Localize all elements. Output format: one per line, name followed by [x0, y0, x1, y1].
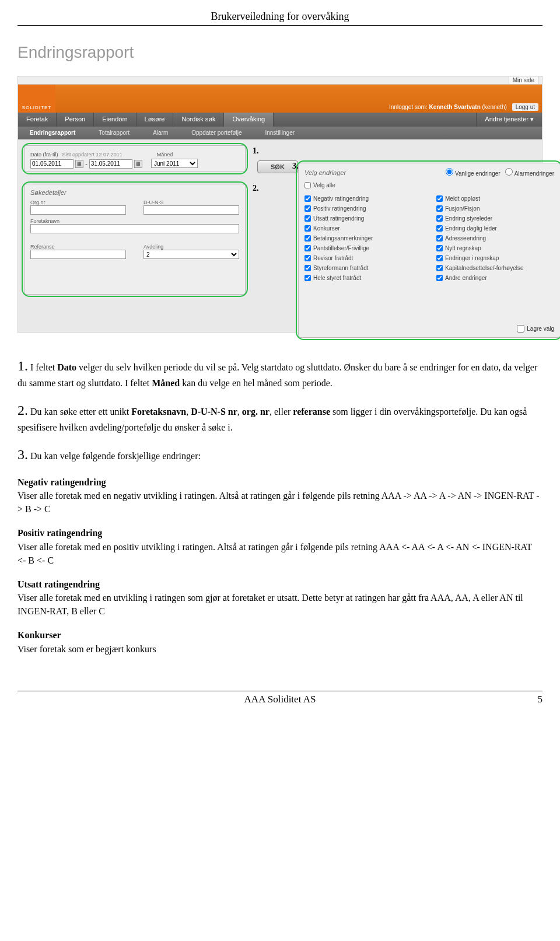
- date-to-input[interactable]: [89, 159, 132, 169]
- subtab-innstillinger[interactable]: Innstillinger: [253, 127, 306, 139]
- ring-num-1: 1.: [253, 146, 259, 156]
- month-select[interactable]: Juni 2011: [151, 159, 198, 168]
- orange-banner: SOLIDITET Innlogget som: Kenneth Svartva…: [18, 85, 542, 113]
- radio-alarm[interactable]: Alarmendringer: [505, 170, 554, 177]
- ring-num-3: 3.: [292, 162, 299, 171]
- chk-konkurser[interactable]: [304, 225, 311, 232]
- input-referanse[interactable]: [30, 250, 126, 259]
- tab-overvaking[interactable]: Overvåking: [224, 113, 274, 127]
- chk-adresse[interactable]: [436, 235, 443, 242]
- tab-foretak[interactable]: Foretak: [18, 113, 57, 127]
- changes-title: Velg endringer: [304, 169, 346, 176]
- changes-panel: Velg endringer Vanlige endringer Alarmen…: [298, 163, 560, 338]
- ring-num-2: 2.: [253, 184, 259, 193]
- para-pos: Positiv ratingendringViser alle foretak …: [18, 526, 542, 567]
- chk-styreformann[interactable]: [304, 265, 311, 271]
- input-orgnr[interactable]: [30, 205, 126, 215]
- logout-button[interactable]: Logg ut: [512, 103, 538, 111]
- chk-hele-styret[interactable]: [304, 275, 311, 281]
- logo: SOLIDITET: [18, 85, 55, 113]
- footer: AAA Soliditet AS 5: [18, 691, 542, 717]
- para-3: 3. Du kan velge følgende forskjellige en…: [18, 445, 542, 465]
- label-avdeling: Avdeling: [144, 244, 239, 250]
- para-kon: KonkurserViser foretak som er begjært ko…: [18, 628, 542, 655]
- chk-endringer-regnskap[interactable]: [436, 255, 443, 261]
- header-title: Brukerveiledning for overvåking: [18, 0, 542, 23]
- chk-pant[interactable]: [304, 245, 311, 251]
- date-updated: Sist oppdatert 12.07.2011: [62, 152, 123, 158]
- chk-revisor[interactable]: [304, 255, 311, 261]
- label-duns: D-U-N-S: [144, 200, 239, 205]
- chk-betaling[interactable]: [304, 235, 311, 242]
- login-status: Innlogget som: Kenneth Svartvatn (kennet…: [389, 104, 538, 110]
- user-name: Kenneth Svartvatn: [429, 104, 480, 110]
- label-foretaknavn: Foretaknavn: [30, 218, 239, 224]
- input-foretaknavn[interactable]: [30, 224, 239, 233]
- chk-kapital[interactable]: [436, 265, 443, 271]
- chk-daglig-leder[interactable]: [436, 225, 443, 232]
- sub-tabs: Endringsrapport Totalrapport Alarm Oppda…: [18, 127, 542, 139]
- chk-nytt-regnskap[interactable]: [436, 245, 443, 251]
- label-referanse: Referanse: [30, 244, 126, 250]
- date-from-input[interactable]: [30, 159, 74, 169]
- chk-neg-rating[interactable]: [304, 195, 311, 202]
- tab-person[interactable]: Person: [57, 113, 94, 127]
- body-text: 1. I feltet Dato velger du selv hvilken …: [18, 356, 542, 656]
- chk-lagre-valg[interactable]: [517, 325, 524, 333]
- radio-vanlige[interactable]: Vanlige endringer: [446, 170, 500, 177]
- para-1: 1. I feltet Dato velger du selv hvilken …: [18, 356, 542, 390]
- footer-company: AAA Soliditet AS: [244, 694, 316, 705]
- user-handle: (kenneth): [482, 104, 507, 110]
- login-prefix: Innlogget som:: [389, 104, 428, 110]
- subtab-totalrapport[interactable]: Totalrapport: [87, 127, 141, 139]
- chk-andre[interactable]: [436, 275, 443, 281]
- section-title: Endringsrapport: [18, 43, 542, 62]
- min-side-tab[interactable]: Min side: [509, 76, 538, 84]
- screenshot-body: Dato (fra-til) Sist oppdatert 12.07.2011…: [18, 139, 542, 332]
- search-details-panel: Søkedetaljer Org.nr D-U-N-S Foretaknavn …: [24, 184, 246, 295]
- date-label: Dato (fra-til): [30, 152, 58, 158]
- select-avdeling[interactable]: 2: [144, 250, 239, 259]
- label-orgnr: Org.nr: [30, 200, 126, 205]
- tab-nordisk[interactable]: Nordisk søk: [173, 113, 224, 127]
- chk-fusjon[interactable]: [436, 205, 443, 212]
- chk-pos-rating[interactable]: [304, 205, 311, 212]
- month-label: Måned: [157, 152, 173, 158]
- para-2: 2. Du kan søke etter ett unikt Foretaksn…: [18, 400, 542, 434]
- tab-eiendom[interactable]: Eiendom: [94, 113, 136, 127]
- chk-styreleder[interactable]: [436, 215, 443, 222]
- para-neg: Negativ ratingendringViser alle foretak …: [18, 475, 542, 516]
- input-duns[interactable]: [144, 205, 239, 215]
- date-panel: Dato (fra-til) Sist oppdatert 12.07.2011…: [24, 145, 246, 172]
- calendar-icon-from[interactable]: ▦: [75, 160, 83, 168]
- subtab-alarm[interactable]: Alarm: [141, 127, 180, 139]
- calendar-icon-to[interactable]: ▦: [134, 160, 142, 168]
- main-tabs: Foretak Person Eiendom Løsøre Nordisk sø…: [18, 113, 542, 127]
- search-panel-title: Søkedetaljer: [30, 189, 239, 196]
- date-dash: -: [85, 160, 88, 167]
- subtab-oppdater[interactable]: Oppdater portefølje: [180, 127, 253, 139]
- subtab-endringsrapport[interactable]: Endringsrapport: [18, 127, 87, 139]
- tab-andre-tjenester[interactable]: Andre tjenester ▾: [476, 113, 542, 127]
- footer-page: 5: [538, 694, 543, 705]
- para-uts: Utsatt ratingendringViser alle foretak m…: [18, 578, 542, 618]
- chk-uts-rating[interactable]: [304, 215, 311, 222]
- chk-meldt[interactable]: [436, 195, 443, 202]
- tab-losore[interactable]: Løsøre: [136, 113, 174, 127]
- lbl-select-all: Velg alle: [313, 182, 335, 188]
- header-rule: [18, 25, 542, 26]
- top-strip: Min side: [18, 76, 542, 85]
- chk-select-all[interactable]: [304, 182, 311, 188]
- app-screenshot: Min side SOLIDITET Innlogget som: Kennet…: [18, 76, 542, 333]
